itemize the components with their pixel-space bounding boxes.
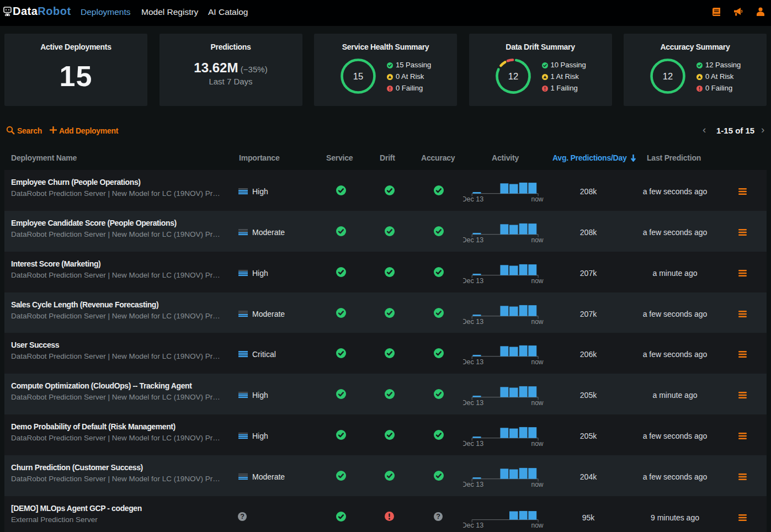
svg-text:15: 15 [353,71,363,81]
svg-text:Dec 13: Dec 13 [463,358,483,366]
svg-text:Dec 13: Dec 13 [463,522,483,529]
svg-text:Dec 13: Dec 13 [463,399,483,407]
svg-text:now: now [531,277,543,285]
svg-text:Dec 13: Dec 13 [463,236,483,244]
svg-text:now: now [531,236,543,244]
svg-text:now: now [531,318,543,326]
svg-text:12: 12 [663,71,673,81]
svg-text:?: ? [436,513,440,520]
svg-text:now: now [531,522,543,529]
svg-text:now: now [531,440,543,448]
svg-text:Dec 13: Dec 13 [463,277,483,285]
svg-text:now: now [531,195,543,203]
svg-text:now: now [531,358,543,366]
svg-text:Dec 13: Dec 13 [463,318,483,326]
svg-text:12: 12 [508,71,518,81]
svg-text:?: ? [240,513,244,520]
svg-text:now: now [531,399,543,407]
svg-text:Dec 13: Dec 13 [463,481,483,488]
svg-text:Dec 13: Dec 13 [463,195,483,203]
svg-text:Dec 13: Dec 13 [463,440,483,448]
svg-text:now: now [531,481,543,488]
